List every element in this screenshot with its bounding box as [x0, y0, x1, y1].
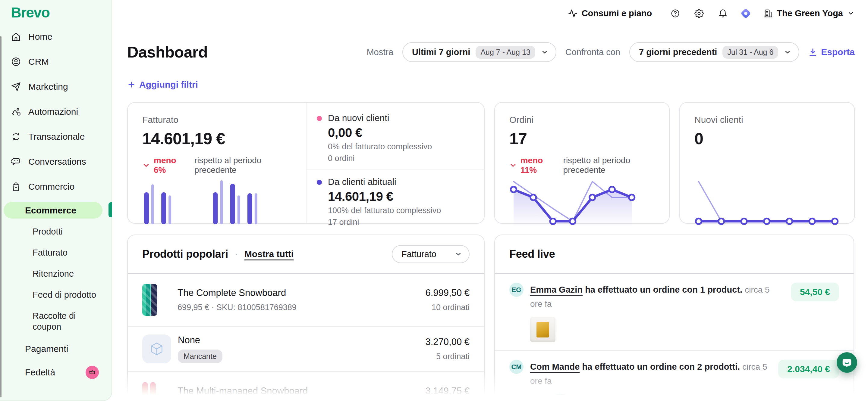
dot-separator: ·: [235, 249, 238, 259]
orders-delta-text: rispetto al periodo precedente: [563, 156, 669, 175]
ecommerce-sub-nav: Prodotti Fatturato Ritenzione Feed di pr…: [0, 221, 112, 337]
export-button[interactable]: Esporta: [808, 47, 855, 57]
shopping-bag-icon: [11, 181, 21, 192]
filters-row: Aggiungi filtri: [127, 79, 855, 90]
product-image: [530, 317, 555, 342]
product-name: The Complete Snowboard: [178, 288, 425, 298]
gear-icon[interactable]: [694, 9, 704, 18]
sidebar-item-label: Conversations: [28, 157, 86, 167]
revenue-card: Fatturato 14.601,19 € meno 6% rispetto a…: [127, 102, 485, 224]
product-placeholder-image: [142, 334, 171, 363]
sidebar-item-label: Pagamenti: [25, 344, 68, 354]
revenue-delta-value: meno 6%: [154, 156, 191, 175]
sidebar-item-label: CRM: [28, 57, 49, 67]
topbar-icons: [671, 9, 749, 18]
product-image: [553, 394, 567, 401]
compare-label: Confronta con: [565, 47, 620, 57]
product-row[interactable]: The Complete Snowboard 699,95 € · SKU: 8…: [128, 274, 484, 327]
automation-icon: [11, 107, 21, 117]
add-filters-button[interactable]: Aggiungi filtri: [127, 79, 198, 90]
feed-text: ha effettuato un ordine con 1 product.: [585, 285, 742, 294]
date-range-badge: Aug 7 - Aug 13: [475, 46, 535, 59]
page-header: Dashboard Mostra Ultimi 7 giorni Aug 7 -…: [127, 42, 855, 62]
new-customer-revenue-block: Da nuovi clienti 0,00 € 0% del fatturato…: [307, 113, 484, 164]
sidebar-item-feed-di-prodotto[interactable]: Feed di prodotto: [0, 284, 102, 305]
sidebar-item-conversations[interactable]: Conversations: [0, 149, 112, 174]
feed-products: [530, 394, 771, 401]
product-row[interactable]: None Mancante 3.270,00 € 5 ordinati: [128, 327, 484, 372]
order-amount-badge: 54,50 €: [791, 283, 839, 301]
download-icon: [808, 47, 817, 57]
orders-line-svg: [509, 179, 636, 227]
product-image: [142, 382, 157, 401]
stat-value: 0,00 €: [328, 126, 432, 140]
pink-dot-icon: [317, 116, 322, 121]
chat-widget-button[interactable]: [837, 352, 857, 373]
chevron-down-icon: [847, 9, 855, 17]
sidebar-item-automazioni[interactable]: Automazioni: [0, 99, 112, 124]
sidebar-item-raccolte-di-coupon[interactable]: Raccolte di coupon: [0, 305, 102, 337]
revenue-bars-svg: [142, 179, 263, 224]
orders-delta: meno 11% rispetto al periodo precedente: [509, 156, 669, 175]
new-clients-card: Nuovi clienti 0: [679, 102, 855, 224]
help-icon[interactable]: [671, 9, 680, 18]
rewards-diamond-icon[interactable]: [741, 8, 751, 19]
feed-text: ha effettuato un ordine con 2 prodotti.: [582, 362, 740, 371]
sidebar-item-commercio[interactable]: Commercio: [0, 174, 112, 199]
sidebar-item-transazionale[interactable]: Transazionale: [0, 124, 112, 149]
returning-customer-revenue-block: Da clienti abituali 14.601,19 € 100% del…: [307, 177, 484, 227]
revenue-delta: meno 6% rispetto al periodo precedente: [142, 156, 306, 175]
sidebar-item-label: Fedeltà: [25, 367, 55, 377]
orders-delta-value: meno 11%: [521, 156, 560, 175]
building-icon: [764, 9, 773, 18]
sidebar-item-fatturato[interactable]: Fatturato: [0, 242, 102, 263]
product-row[interactable]: The Multi-managed Snowboard 629,95 € · S…: [128, 372, 484, 401]
usage-and-plan-button[interactable]: Consumi e piano: [568, 8, 652, 19]
stat-label: Da clienti abituali: [328, 177, 441, 187]
product-name: The Multi-managed Snowboard: [178, 386, 425, 397]
date-range-select[interactable]: Ultimi 7 giorni Aug 7 - Aug 13: [402, 42, 556, 62]
compare-range-select[interactable]: 7 giorni precedenti Jul 31 - Aug 6: [629, 42, 799, 62]
orders-card: Ordini 17 meno 11% rispetto al periodo p…: [494, 102, 670, 224]
new-clients-line-svg: [694, 179, 839, 227]
window-scrollbar[interactable]: [0, 36, 1, 397]
new-clients-title: Nuovi clienti: [694, 115, 854, 125]
sidebar-item-crm[interactable]: CRM: [0, 49, 112, 74]
metric-select[interactable]: Fatturato: [392, 245, 470, 263]
date-range-value: Ultimi 7 giorni: [412, 47, 470, 57]
sidebar-item-label: Marketing: [28, 81, 68, 92]
sidebar-item-home[interactable]: Home: [0, 24, 112, 49]
stat-orders: 0 ordini: [328, 154, 432, 164]
cube-icon: [149, 341, 164, 357]
stat-orders: 17 ordini: [328, 218, 441, 227]
customer-link[interactable]: Com Mande: [530, 362, 580, 371]
stat-share: 0% del fatturato complessivo: [328, 142, 432, 152]
sidebar-item-pagamenti[interactable]: Pagamenti: [0, 337, 112, 361]
sidebar-item-fedelta[interactable]: Fedeltà: [0, 361, 112, 384]
brevo-logo[interactable]: Brevo: [11, 4, 112, 21]
sidebar-item-ecommerce-active[interactable]: Ecommerce: [4, 202, 102, 219]
sidebar-item-ritenzione[interactable]: Ritenzione: [0, 263, 102, 284]
trend-down-icon: [142, 161, 150, 169]
bell-icon[interactable]: [718, 9, 727, 18]
product-name: None: [178, 335, 425, 345]
trend-down-icon: [509, 161, 517, 169]
page-title: Dashboard: [127, 43, 208, 61]
sidebar-item-prodotti[interactable]: Prodotti: [0, 221, 102, 242]
section-title: Feed live: [509, 248, 555, 260]
account-switcher[interactable]: The Green Yoga: [764, 8, 855, 19]
show-all-link[interactable]: Mostra tutti: [244, 249, 293, 259]
sidebar-item-marketing[interactable]: Marketing: [0, 74, 112, 99]
premium-crown-badge: [86, 366, 99, 379]
activity-pulse-icon: [568, 9, 578, 18]
sidebar-item-label: Home: [28, 32, 53, 42]
customer-link[interactable]: Emma Gazin: [530, 285, 583, 294]
revenue-summary: Fatturato 14.601,19 € meno 6% rispetto a…: [128, 103, 306, 223]
live-feed-header: Feed live: [495, 235, 854, 274]
stat-share: 100% del fatturato complessivo: [328, 206, 441, 215]
product-revenue: 3.149,75 €: [425, 386, 470, 397]
brevo-dashboard-app: Brevo Home CRM Marketing Automazioni Tra…: [0, 0, 868, 401]
account-name: The Green Yoga: [777, 8, 843, 19]
crm-icon: [11, 57, 21, 67]
missing-badge: Mancante: [178, 349, 222, 363]
